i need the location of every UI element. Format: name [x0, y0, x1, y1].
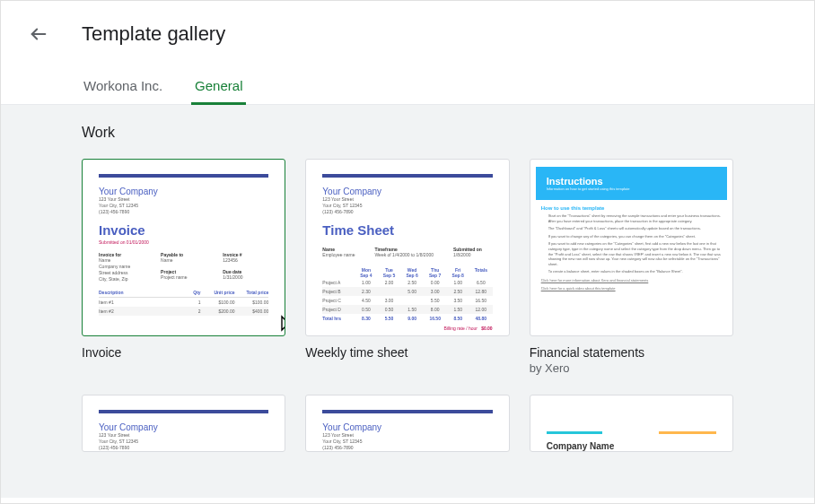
accent-bar [547, 431, 716, 434]
arrow-left-icon [29, 24, 48, 44]
template-thumb: Your Company 123 Your Street Your City, … [305, 395, 509, 452]
thumb-cols: Invoice for Name Company name Street add… [99, 252, 268, 282]
page-title: Template gallery [82, 22, 225, 46]
template-card-financial[interactable]: Instructions Information on how to get s… [530, 159, 733, 375]
thumb-addr: 123 Your Street [99, 196, 268, 203]
section-title: Work [82, 125, 733, 141]
template-grid: Your Company 123 Your Street Your City, … [82, 159, 733, 452]
accent-bar [99, 410, 268, 413]
thumb-table: Description Qty Unit price Total price I… [99, 290, 268, 316]
tab-workona[interactable]: Workona Inc. [82, 71, 164, 104]
bill-line: Billing rate / hour $0.00 [322, 326, 492, 331]
accent-bar [322, 174, 492, 178]
template-title: Weekly time sheet [305, 345, 509, 360]
template-card-partial[interactable]: Company Name [530, 395, 733, 452]
thumb-heading: Invoice [99, 222, 268, 238]
template-card-partial[interactable]: Your Company 123 Your Street Your City, … [305, 395, 509, 452]
thumb-addr: Your City, ST 12345 [99, 203, 268, 209]
thumb-company: Your Company [322, 187, 492, 196]
banner: Instructions Information on how to get s… [536, 167, 727, 200]
accent-bar [99, 174, 268, 178]
thumb-heading: Time Sheet [322, 222, 492, 238]
tab-general[interactable]: General [193, 71, 244, 104]
accent-bar [322, 410, 492, 413]
template-thumb: Your Company 123 Your Street Your City, … [82, 395, 285, 452]
thumb-grid: Mon Tue Wed Thu Fri Totals Sep 4 Sep 5 S… [322, 267, 492, 323]
thumb-sub: Submitted on 01/01/2000 [99, 239, 268, 245]
cursor-pointer-icon [274, 314, 285, 336]
template-subtitle: by Xero [530, 361, 733, 375]
template-card-timesheet[interactable]: Your Company 123 Your Street Your City, … [305, 159, 509, 375]
thumb-company: Your Company [99, 187, 268, 196]
content-area: Work Your Company 123 Your Street Your C… [1, 105, 814, 498]
template-card-partial[interactable]: Your Company 123 Your Street Your City, … [82, 395, 285, 452]
list-item: To create a balance sheet, enter values … [548, 269, 722, 274]
list-item: Start on the "Transactions" sheet by rem… [548, 213, 722, 223]
template-title: Financial statements [530, 345, 733, 360]
header: Template gallery [1, 1, 814, 55]
template-card-invoice[interactable]: Your Company 123 Your Street Your City, … [82, 159, 285, 375]
back-button[interactable] [28, 23, 49, 45]
list-item: If you want to change any of the categor… [548, 234, 722, 239]
list-item: If you want to add new categories on the… [548, 241, 722, 266]
link-text: Click here for a quick video about this … [541, 286, 722, 291]
tabs: Workona Inc. General [1, 55, 814, 105]
thumb-cols: Name Employee name Timeframe Week of 1/4… [322, 247, 492, 258]
template-thumb: Instructions Information on how to get s… [530, 159, 733, 336]
list-item: The "Dashboard" and "Profit & Loss" shee… [548, 226, 722, 231]
template-thumb: Company Name [530, 395, 733, 452]
template-title: Invoice [82, 345, 285, 360]
fs-heading: How to use this template [541, 205, 722, 211]
template-thumb: Your Company 123 Your Street Your City, … [305, 159, 509, 336]
template-thumb: Your Company 123 Your Street Your City, … [82, 159, 285, 336]
thumb-phone: (123) 456-7890 [99, 209, 268, 215]
link-text: Click here for more information about Xe… [541, 278, 722, 282]
